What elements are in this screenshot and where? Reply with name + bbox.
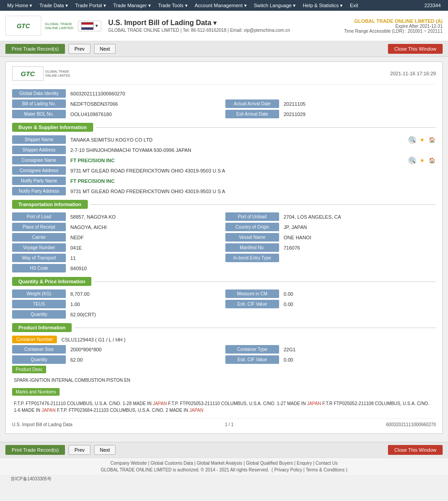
product-esti-cif-label: Esti. CIF Value [225, 355, 279, 364]
country-of-origin-label: Country of Origin [225, 223, 279, 231]
container-size-label: Container Size [12, 345, 66, 354]
prev-button-bottom[interactable]: Prev [69, 445, 90, 455]
gto-logo: GTC GLOBAL TRADEONLINE LIMITED [12, 66, 70, 81]
next-button-bottom[interactable]: Next [94, 445, 116, 455]
in-bond-entry-label: In-bond Entry Type [225, 254, 279, 262]
port-of-load-value: 58857, NAGOYA KO [69, 213, 223, 220]
next-button-top[interactable]: Next [94, 44, 116, 54]
teus-label: TEUS [12, 300, 66, 308]
account-info: GLOBAL TRADE ONLINE LIMITED (A) Expire A… [344, 18, 443, 34]
country-of-origin-value: JP, JAPAN [282, 224, 436, 231]
product-header: Product Information [12, 323, 436, 332]
voyage-manifest-row: Voyage Number 041E Manifest No. 716076 [12, 243, 436, 252]
nav-help-statistics[interactable]: Help & Statistics ▾ [299, 0, 346, 11]
shipper-search-icon[interactable]: 🔍 [408, 136, 416, 144]
footer-company-website[interactable]: Company Website [110, 461, 147, 466]
time-range: Time Range Accessible (LDR) : 201001 ~ 2… [344, 29, 443, 34]
nav-account-management[interactable]: Account Management ▾ [191, 0, 250, 11]
bol-no-value: NEDFTOSBDN37066 [69, 100, 223, 108]
esti-cif-value-label: Esti. CIF Value [225, 300, 279, 308]
footer-global-market[interactable]: Global Market Analysis [197, 461, 242, 466]
shipper-address-value: 2-7-10 SHINJOHONMACHI TOYAMA 930-0996 JA… [69, 147, 436, 154]
container-type-label: Container Type [225, 345, 279, 354]
footer-contact-us[interactable]: Contact Us [315, 461, 337, 466]
nav-trade-data[interactable]: Trade Data ▾ [36, 0, 72, 11]
flag-icon [81, 22, 94, 30]
master-bol-label: Mater BOL No. [12, 110, 66, 118]
quantity-value: 62.00(CRT) [69, 311, 436, 318]
shipper-home-icon[interactable]: 🏠 [428, 136, 436, 144]
account-name: GLOBAL TRADE ONLINE LIMITED (A) [344, 18, 443, 24]
notify-name-value: FT PRECISION INC [69, 177, 436, 185]
nav-trade-manager[interactable]: Trade Manager ▾ [110, 0, 155, 11]
consignee-address-row: Consignee Address 9731 MT GILEAD ROAD FR… [12, 166, 436, 175]
nav-switch-language[interactable]: Switch Language ▾ [250, 0, 299, 11]
record-card: GTC GLOBAL TRADEONLINE LIMITED 2021-11-1… [5, 61, 443, 434]
print-button-top[interactable]: Print Trade Record(s) [5, 44, 65, 54]
nav-my-home[interactable]: My Home ▾ [4, 0, 36, 11]
shipper-star-icon[interactable]: ★ [418, 136, 426, 144]
transportation-title: Transportation Information [12, 200, 88, 209]
close-button-bottom[interactable]: Close This Window [388, 445, 443, 455]
footer-global-buyers[interactable]: Global Qualified Buyers [246, 461, 293, 466]
prev-button-top[interactable]: Prev [69, 44, 90, 54]
transportation-header: Transportation Information [12, 200, 436, 209]
logo-box: GTC [5, 16, 41, 36]
master-bol-row: Mater BOL No. OOLU4109876180 Esti Arriva… [12, 110, 436, 118]
footer-links: Company Website | Global Customs Data | … [5, 461, 443, 466]
notify-address-row: Notify Party Address 9731 MT GILEAD ROAD… [12, 187, 436, 195]
consignee-home-icon[interactable]: 🏠 [428, 156, 436, 164]
nav-trade-portal[interactable]: Trade Portal ▾ [72, 0, 110, 11]
container-size-type-row: Container Size 2000*806*800 Container Ty… [12, 345, 436, 354]
footer-terms[interactable]: Terms & Conditions [306, 467, 345, 472]
container-number-value: CSLU1129443 ( G1 / L / HH ) [60, 336, 127, 343]
buyer-supplier-header: Buyer & Supplier Information [12, 123, 436, 132]
consignee-search-icon[interactable]: 🔍 [408, 156, 416, 164]
card-footer-left: U.S. Import Bill of Lading Data [12, 422, 73, 427]
top-toolbar: Print Trade Record(s) Prev Next Close Th… [0, 41, 448, 57]
icp-number: 苏ICP备14033305号 [5, 475, 448, 483]
port-load-unload-row: Port of Load 58857, NAGOYA KO Port of Un… [12, 212, 436, 221]
product-desc-label: Product Desc [12, 366, 46, 373]
header: GTC GLOBAL TRADEONLINE LIMITED ▾ U.S. Im… [0, 11, 448, 41]
close-button-top[interactable]: Close This Window [388, 44, 443, 54]
card-datetime: 2021-11-16 17:16:29 [390, 71, 436, 76]
page-title: U.S. Import Bill of Lading Data ▾ [108, 19, 344, 27]
container-size-value: 2000*806*800 [69, 346, 223, 353]
port-of-unload-value: 2704, LOS ANGELES, CA [282, 213, 436, 220]
footer-enquiry[interactable]: Enquiry [297, 461, 312, 466]
way-of-transport-value: 11 [69, 255, 223, 262]
voyage-number-label: Voyage Number [12, 243, 66, 252]
nav-exit[interactable]: Exit [346, 0, 362, 11]
port-of-unload-label: Port of Unload [225, 212, 279, 221]
global-data-id-row: Global Data Identity 6003202111100066027… [12, 89, 436, 98]
global-data-id-value: 60032021111000660270 [69, 90, 436, 97]
footer-global-customs[interactable]: Global Customs Data [151, 461, 193, 466]
consignee-address-label: Consignee Address [12, 166, 66, 175]
weight-measure-row: Weight (KG) 8,707.00 Measure in CM 0.00 [12, 289, 436, 298]
quantity-price-header: Quantity & Price Information [12, 277, 436, 286]
page-subtitle: GLOBAL TRADE ONLINE LIMITED | Tel: 86-51… [108, 28, 344, 33]
logo-subtitle: GLOBAL TRADEONLINE LIMITED [45, 22, 73, 30]
global-data-id-label: Global Data Identity [12, 89, 66, 98]
weight-kg-value: 8,707.00 [69, 290, 223, 298]
buyer-supplier-title: Buyer & Supplier Information [12, 123, 93, 132]
receipt-origin-row: Place of Receipt NAGOYA, AICHI Country o… [12, 223, 436, 231]
print-button-bottom[interactable]: Print Trade Record(s) [5, 445, 65, 455]
place-of-receipt-value: NAGOYA, AICHI [69, 224, 223, 231]
consignee-star-icon[interactable]: ★ [418, 156, 426, 164]
quantity-price-title: Quantity & Price Information [12, 277, 91, 286]
product-qty-cif-row: Quantity 62.00 Esti. CIF Value 0.00 [12, 355, 436, 364]
actual-arrival-value: 20211105 [282, 100, 436, 108]
nav-trade-tools[interactable]: Trade Tools ▾ [155, 0, 191, 11]
product-desc-text: SPARK-IGNITION INTERNAL COMBUSTION PISTO… [12, 377, 436, 384]
page-footer-wrapper: Company Website | Global Customs Data | … [0, 458, 448, 483]
quantity-label: Quantity [12, 310, 66, 319]
vessel-name-value: ONE HANOI [282, 234, 436, 241]
footer-privacy-policy[interactable]: Privacy Policy [274, 467, 302, 472]
measure-in-cm-value: 0.00 [282, 290, 436, 298]
container-type-value: 22G1 [282, 346, 436, 353]
flag-selector[interactable]: ▾ [78, 21, 101, 31]
transport-bond-row: Way of Transport 11 In-bond Entry Type [12, 254, 436, 262]
master-bol-value: OOLU4109876180 [69, 111, 223, 118]
